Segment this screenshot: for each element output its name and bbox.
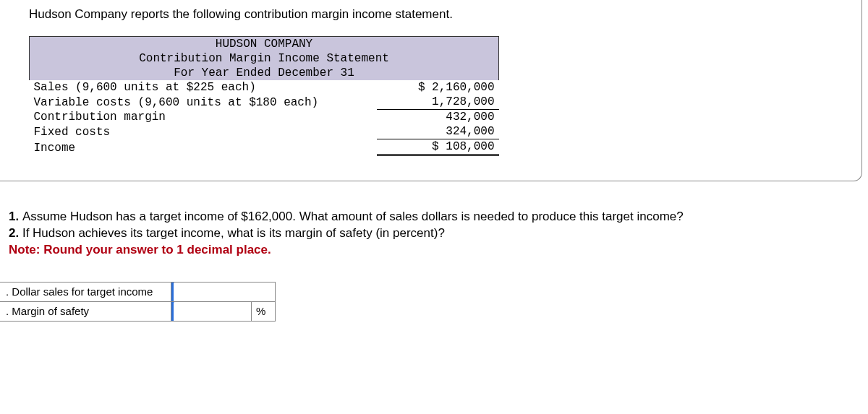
statement-row: Sales (9,600 units at $225 each)$ 2,160,…	[30, 80, 499, 95]
question-2: 2. If Hudson achieves its target income,…	[9, 225, 859, 242]
statement-row: Income$ 108,000	[30, 139, 499, 155]
answer-label-2: . Margin of safety	[0, 301, 171, 321]
dollar-sales-input[interactable]	[171, 283, 275, 301]
statement-header-title: Contribution Margin Income Statement	[30, 51, 499, 66]
input-marker-icon	[171, 302, 174, 321]
answer-label-1: . Dollar sales for target income	[0, 282, 171, 301]
statement-row-label: Fixed costs	[30, 124, 377, 139]
rounding-note: Note: Round your answer to 1 decimal pla…	[9, 242, 859, 259]
question-box: Hudson Company reports the following con…	[0, 0, 862, 181]
q1-text: Assume Hudson has a target income of $16…	[22, 210, 684, 223]
statement-row: Variable costs (9,600 units at $180 each…	[30, 95, 499, 110]
question-1: 1. Assume Hudson has a target income of …	[9, 209, 859, 225]
answer-table: . Dollar sales for target income . Margi…	[0, 282, 276, 322]
statement-header-company: HUDSON COMPANY	[30, 37, 499, 52]
statement-row-amount: $ 2,160,000	[377, 80, 499, 95]
statement-row-amount: $ 108,000	[377, 139, 499, 155]
question-list: 1. Assume Hudson has a target income of …	[0, 209, 868, 259]
answer-row-1: . Dollar sales for target income	[0, 282, 276, 301]
statement-row-amount: 1,728,000	[377, 95, 499, 110]
input-marker-icon	[171, 283, 174, 301]
answer-input-cell-1	[171, 282, 276, 301]
answer-input-cell-2	[171, 301, 252, 321]
q2-text: If Hudson achieves its target income, wh…	[22, 226, 445, 240]
statement-row-label: Income	[30, 139, 377, 155]
statement-row-amount: 324,000	[377, 124, 499, 139]
statement-header-period: For Year Ended December 31	[30, 66, 499, 80]
statement-row-label: Sales (9,600 units at $225 each)	[30, 80, 377, 95]
q1-number: 1.	[9, 210, 22, 223]
income-statement-table: HUDSON COMPANY Contribution Margin Incom…	[29, 36, 499, 156]
margin-of-safety-input[interactable]	[171, 302, 251, 321]
statement-row: Fixed costs324,000	[30, 124, 499, 139]
statement-row-label: Variable costs (9,600 units at $180 each…	[30, 95, 377, 110]
percent-unit-label: %	[252, 301, 276, 321]
statement-row-amount: 432,000	[377, 110, 499, 125]
intro-text: Hudson Company reports the following con…	[0, 7, 861, 22]
answer-row-2: . Margin of safety %	[0, 301, 276, 321]
statement-row-label: Contribution margin	[30, 110, 377, 125]
statement-row: Contribution margin432,000	[30, 110, 499, 125]
q2-number: 2.	[9, 226, 22, 240]
